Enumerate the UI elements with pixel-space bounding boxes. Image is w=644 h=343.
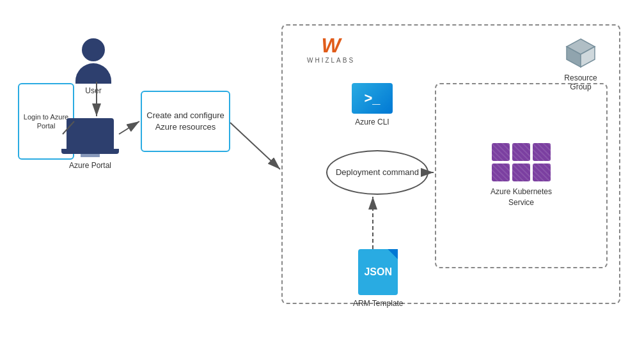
azure-portal-laptop: Azure Portal [61,118,119,170]
arm-template-group: JSON ARM Template [353,249,403,308]
arrow-configure-to-cli [230,123,280,169]
user-head-icon [82,38,105,61]
user-body-icon [75,63,111,84]
azure-cli-group: >_ Azure CLI [352,83,393,126]
laptop-screen-icon [67,118,114,149]
aks-cubes-icon [492,143,551,181]
whizlabs-text: WHIZLABS [307,57,355,64]
architecture-diagram: Login to Azure Portal User Azure Portal … [0,0,644,343]
user-label: User [85,86,101,95]
configure-resources-box: Create and configure Azure resources [141,91,230,152]
azure-portal-label: Azure Portal [69,161,111,170]
aks-cube-1 [492,143,510,161]
arrow-portal-to-configure [119,121,139,134]
aks-label: Azure KubernetesService [491,187,552,208]
whizlabs-logo: W WHIZLABS [307,35,355,64]
azure-cli-icon: >_ [352,83,393,114]
aks-cube-2 [512,143,530,161]
laptop-stand-icon [81,154,100,157]
aks-cube-4 [492,164,510,181]
aks-cube-5 [512,164,530,181]
aks-icon-wrap: Azure KubernetesService [491,143,552,208]
deployment-command-oval: Deployment command [326,150,428,195]
user-icon-group: User [75,38,111,95]
json-doc-icon: JSON [358,249,398,295]
laptop-base-icon [61,149,119,154]
whizlabs-w-icon: W [321,35,340,56]
aks-cube-3 [533,143,551,161]
resource-group-icon [563,35,599,71]
aks-cube-6 [533,164,551,181]
azure-cli-label: Azure CLI [355,118,389,126]
aks-container: Azure KubernetesService [435,83,608,268]
arm-template-label: ARM Template [353,299,403,308]
